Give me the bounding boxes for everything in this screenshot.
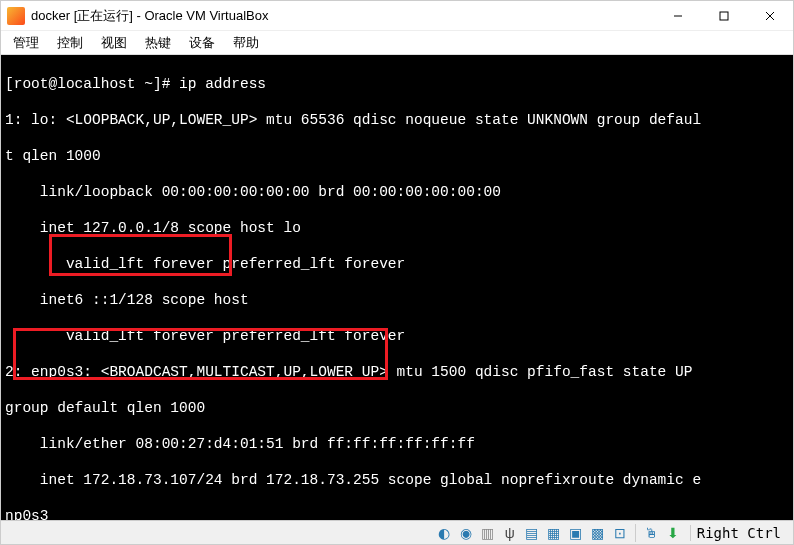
term-line: group default qlen 1000 — [5, 399, 789, 417]
usb-icon[interactable]: ψ — [501, 524, 519, 542]
close-button[interactable] — [747, 1, 793, 31]
menubar: 管理 控制 视图 热键 设备 帮助 — [1, 31, 793, 55]
network-icon[interactable]: ▦ — [545, 524, 563, 542]
menu-manage[interactable]: 管理 — [5, 32, 47, 54]
menu-view[interactable]: 视图 — [93, 32, 135, 54]
display-icon[interactable]: ▣ — [567, 524, 585, 542]
keyboard-capture-icon[interactable]: ⬇ — [664, 524, 682, 542]
guest-terminal[interactable]: [root@localhost ~]# ip address 1: lo: <L… — [1, 55, 793, 520]
window-controls — [655, 1, 793, 31]
minimize-button[interactable] — [655, 1, 701, 31]
term-line: inet6 ::1/128 scope host — [5, 291, 789, 309]
optical-icon[interactable]: ◉ — [457, 524, 475, 542]
vm-statusbar: ◐ ◉ ▥ ψ ▤ ▦ ▣ ▩ ⊡ 🖱 ⬇ Right Ctrl — [1, 520, 793, 544]
annotation-box-release — [13, 328, 388, 380]
window-titlebar: docker [正在运行] - Oracle VM VirtualBox — [1, 1, 793, 31]
term-line: link/ether 08:00:27:d4:01:51 brd ff:ff:f… — [5, 435, 789, 453]
annotation-box-ip — [49, 234, 232, 276]
window-title: docker [正在运行] - Oracle VM VirtualBox — [31, 7, 655, 25]
term-line: t qlen 1000 — [5, 147, 789, 165]
shared-folder-icon[interactable]: ▩ — [589, 524, 607, 542]
app-icon — [7, 7, 25, 25]
menu-devices[interactable]: 设备 — [181, 32, 223, 54]
term-line: np0s3 — [5, 507, 789, 520]
audio-icon[interactable]: ▤ — [523, 524, 541, 542]
disk-icon[interactable]: ▥ — [479, 524, 497, 542]
menu-control[interactable]: 控制 — [49, 32, 91, 54]
term-line: 1: lo: <LOOPBACK,UP,LOWER_UP> mtu 65536 … — [5, 111, 789, 129]
term-line: inet 172.18.73.107/24 brd 172.18.73.255 … — [5, 471, 789, 489]
hdd-icon[interactable]: ◐ — [435, 524, 453, 542]
menu-help[interactable]: 帮助 — [225, 32, 267, 54]
vrde-icon[interactable]: ⊡ — [611, 524, 629, 542]
maximize-button[interactable] — [701, 1, 747, 31]
term-line: [root@localhost ~]# ip address — [5, 75, 789, 93]
menu-hotkeys[interactable]: 热键 — [137, 32, 179, 54]
host-key-label[interactable]: Right Ctrl — [690, 525, 787, 541]
term-line: link/loopback 00:00:00:00:00:00 brd 00:0… — [5, 183, 789, 201]
mouse-integration-icon[interactable]: 🖱 — [642, 524, 660, 542]
svg-rect-1 — [720, 12, 728, 20]
statusbar-separator — [635, 524, 636, 542]
